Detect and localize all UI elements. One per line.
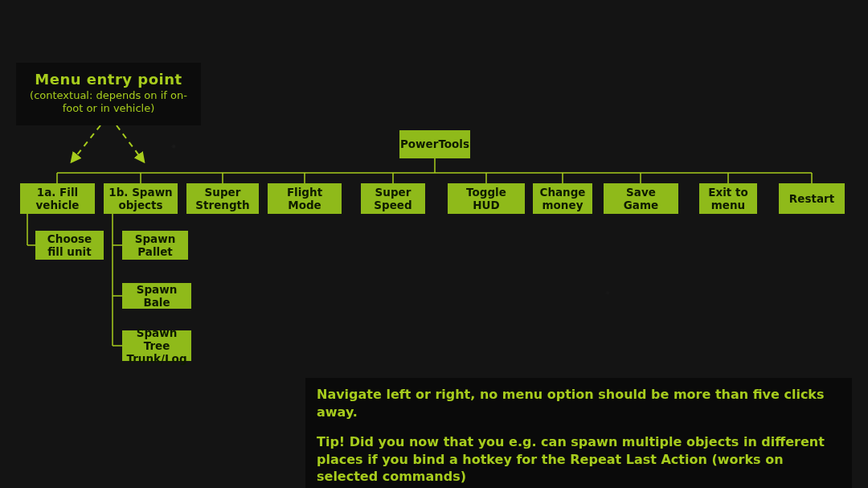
node-choose-fill-unit: Choose fill unit bbox=[35, 231, 104, 260]
node-label: Choose fill unit bbox=[40, 232, 99, 258]
node-label: PowerTools bbox=[400, 137, 469, 150]
node-restart: Restart bbox=[779, 183, 845, 214]
svg-line-1 bbox=[117, 125, 143, 161]
entry-point-subtext: (contextual: depends on if on-foot or in… bbox=[23, 89, 194, 116]
node-spawn-objects: 1b. Spawn objects bbox=[104, 183, 178, 214]
tip-line-1: Navigate left or right, no menu option s… bbox=[317, 386, 841, 420]
node-label: Super Strength bbox=[191, 186, 254, 211]
node-spawn-bale: Spawn Bale bbox=[122, 283, 191, 309]
node-label: Spawn Pallet bbox=[127, 232, 183, 258]
node-toggle-hud: Toggle HUD bbox=[448, 183, 525, 214]
node-fill-vehicle: 1a. Fill vehicle bbox=[20, 183, 95, 214]
node-label: Flight Mode bbox=[272, 186, 337, 211]
node-label: 1a. Fill vehicle bbox=[25, 186, 90, 211]
node-label: Spawn Bale bbox=[127, 283, 186, 309]
node-label: Spawn Tree Trunk/Log bbox=[126, 326, 186, 366]
tip-box: Navigate left or right, no menu option s… bbox=[305, 378, 852, 488]
node-label: 1b. Spawn objects bbox=[108, 186, 173, 211]
node-label: Exit to menu bbox=[704, 186, 752, 211]
node-super-strength: Super Strength bbox=[186, 183, 259, 214]
node-spawn-pallet: Spawn Pallet bbox=[122, 231, 188, 260]
svg-line-0 bbox=[72, 125, 100, 161]
node-change-money: Change money bbox=[533, 183, 592, 214]
node-save-game: Save Game bbox=[604, 183, 678, 214]
node-flight-mode: Flight Mode bbox=[268, 183, 342, 214]
entry-point-label: Menu entry point (contextual: depends on… bbox=[16, 63, 201, 125]
node-label: Toggle HUD bbox=[452, 186, 520, 211]
node-powertools: PowerTools bbox=[399, 130, 470, 158]
node-exit-to-menu: Exit to menu bbox=[699, 183, 757, 214]
entry-point-heading: Menu entry point bbox=[23, 71, 194, 88]
tip-line-2: Tip! Did you now that you e.g. can spawn… bbox=[317, 433, 841, 486]
node-spawn-tree-trunk: Spawn Tree Trunk/Log bbox=[122, 330, 191, 361]
node-super-speed: Super Speed bbox=[361, 183, 425, 214]
node-label: Change money bbox=[538, 186, 588, 211]
node-label: Super Speed bbox=[366, 186, 420, 211]
node-label: Save Game bbox=[608, 186, 674, 211]
node-label: Restart bbox=[789, 192, 834, 205]
